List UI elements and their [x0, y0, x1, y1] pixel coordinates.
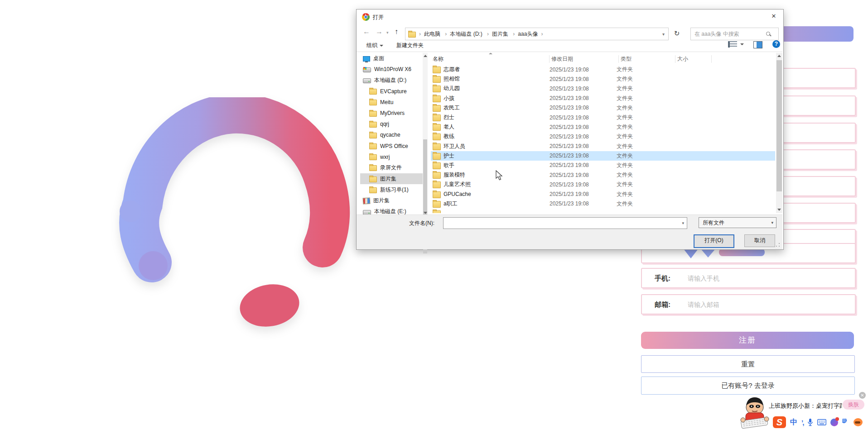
pet-popup-close-icon[interactable]: ✕: [859, 392, 866, 399]
refresh-icon[interactable]: ↻: [671, 28, 683, 39]
file-row[interactable]: 教练 2025/1/23 19:08 文件夹: [431, 132, 775, 141]
skin-change-badge[interactable]: 换肤: [843, 400, 864, 410]
view-mode-dropdown-icon[interactable]: [740, 43, 744, 45]
breadcrumb-item[interactable]: 图片集: [484, 30, 508, 38]
reset-button[interactable]: 重置: [641, 355, 855, 373]
file-row[interactable]: [431, 209, 775, 213]
file-list-scrollbar-thumb[interactable]: [776, 60, 782, 191]
folder-tree: 桌面 Win10ProW X6 本地磁盘 (D:) EVCapture Meit…: [360, 53, 423, 217]
ime-language-icon[interactable]: 中: [790, 418, 797, 427]
dialog-close-icon[interactable]: ✕: [766, 10, 781, 23]
search-input[interactable]: 在 aaa头像 中搜索: [690, 28, 779, 40]
sidebar-item[interactable]: 桌面: [360, 53, 423, 64]
column-header-name[interactable]: 名称: [431, 55, 550, 63]
preview-pane-icon[interactable]: [753, 41, 762, 48]
column-header-date[interactable]: 修改日期: [550, 55, 619, 63]
ime-punctuation-icon[interactable]: ’,: [801, 419, 803, 426]
ime-emoji-icon[interactable]: [854, 418, 863, 426]
file-row[interactable]: 老人 2025/1/23 19:08 文件夹: [431, 122, 775, 132]
register-button[interactable]: 注册: [641, 332, 854, 349]
phone-input[interactable]: 请输入手机: [688, 275, 719, 283]
cancel-button[interactable]: 取消: [744, 234, 775, 247]
ime-skin-icon[interactable]: [830, 419, 838, 426]
file-row[interactable]: 服装模特 2025/1/23 19:08 文件夹: [431, 170, 775, 180]
email-field[interactable]: 邮箱: 请输入邮箱: [641, 294, 856, 315]
address-bar[interactable]: 此电脑 本地磁盘 (D:) 图片集 aaa头像 ▾: [405, 28, 669, 40]
sidebar-item-icon: [369, 111, 377, 117]
scroll-up-icon[interactable]: [424, 55, 427, 57]
file-row[interactable]: 环卫人员 2025/1/23 19:08 文件夹: [431, 142, 775, 151]
folder-icon: [433, 162, 441, 169]
pet-popup-text: 上班族野原小新：桌宠打字跟随: [769, 402, 842, 410]
file-list-scrollbar[interactable]: [776, 53, 782, 213]
keyboard-icon[interactable]: [817, 419, 826, 425]
sidebar-item-icon: [363, 197, 371, 204]
sidebar-item[interactable]: wxrj: [360, 152, 423, 162]
email-input[interactable]: 请输入邮箱: [688, 301, 719, 309]
sidebar-scrollbar[interactable]: [423, 53, 428, 216]
file-name: 环卫人员: [444, 143, 465, 150]
sidebar-item[interactable]: 录屏文件: [360, 162, 423, 173]
sidebar-item[interactable]: WPS Office: [360, 141, 423, 152]
new-folder-button[interactable]: 新建文件夹: [396, 42, 424, 49]
go-login-button[interactable]: 已有账号? 去登录: [641, 377, 855, 395]
back-icon[interactable]: ←: [363, 28, 370, 36]
resize-grip[interactable]: [776, 243, 780, 247]
chrome-icon: [362, 13, 370, 21]
forward-icon[interactable]: →: [376, 28, 383, 36]
sidebar-item-label: 图片集: [373, 197, 390, 205]
sidebar-item[interactable]: 图片集: [360, 173, 423, 184]
search-icon[interactable]: [766, 32, 775, 37]
sidebar-item[interactable]: Meitu: [360, 97, 423, 108]
sidebar-item[interactable]: 新练习单(1): [360, 184, 423, 195]
sidebar-item-icon: [369, 143, 377, 149]
microphone-icon[interactable]: [807, 418, 813, 426]
chevron-down-icon[interactable]: ▾: [682, 221, 684, 225]
sidebar-item[interactable]: MyDrivers: [360, 108, 423, 119]
scroll-down-icon[interactable]: [777, 209, 781, 211]
sidebar-item[interactable]: 图片集: [360, 195, 423, 206]
phone-field[interactable]: 手机: 请输入手机: [641, 268, 856, 288]
sidebar-item[interactable]: qycache: [360, 129, 423, 140]
organize-button[interactable]: 组织: [366, 42, 383, 49]
file-row[interactable]: 农民工 2025/1/23 19:08 文件夹: [431, 103, 775, 113]
column-header-type[interactable]: 类型: [619, 55, 675, 63]
open-button[interactable]: 打开(O): [694, 234, 734, 248]
file-row[interactable]: 歌手 2025/1/23 19:08 文件夹: [431, 161, 775, 170]
address-dropdown-icon[interactable]: ▾: [659, 32, 668, 37]
sidebar-item[interactable]: 本地磁盘 (D:): [360, 75, 423, 86]
file-row[interactable]: a职工 2025/1/23 19:08 文件夹: [431, 199, 775, 209]
breadcrumb-item[interactable]: 本地磁盘 (D:): [442, 30, 482, 38]
sogou-logo-icon[interactable]: S: [773, 416, 786, 428]
pet-character-image[interactable]: [737, 394, 773, 429]
file-row[interactable]: 护士 2025/1/23 19:08 文件夹: [431, 151, 775, 161]
sidebar-item[interactable]: qqrj: [360, 119, 423, 129]
folder-icon: [433, 133, 441, 140]
sidebar-item-label: Meitu: [380, 99, 393, 105]
help-icon[interactable]: ?: [772, 40, 780, 48]
column-header-size[interactable]: 大小: [675, 55, 712, 63]
ime-menu-icon[interactable]: [842, 419, 849, 426]
file-row[interactable]: 儿童艺术照 2025/1/23 19:08 文件夹: [431, 180, 775, 189]
file-row[interactable]: 照相馆 2025/1/23 19:08 文件夹: [431, 74, 775, 84]
sidebar-item-icon: [369, 122, 377, 128]
sidebar-item[interactable]: EVCapture: [360, 86, 423, 97]
filetype-select[interactable]: 所有文件 ▾: [699, 217, 776, 228]
history-dropdown-icon[interactable]: ▾: [386, 30, 389, 35]
file-row[interactable]: 幼儿园 2025/1/23 19:08 文件夹: [431, 84, 775, 93]
filename-input[interactable]: ▾: [443, 217, 687, 229]
ime-toolbar: S 中 ’,: [773, 415, 868, 429]
scroll-down-icon[interactable]: [424, 212, 427, 214]
file-row[interactable]: GPUCache 2025/1/23 19:08 文件夹: [431, 189, 775, 199]
file-row[interactable]: 志愿者 2025/1/23 19:08 文件夹: [431, 65, 775, 74]
sidebar-item[interactable]: Win10ProW X6: [360, 64, 423, 75]
breadcrumb-item[interactable]: aaa头像: [510, 30, 538, 38]
search-placeholder: 在 aaa头像 中搜索: [691, 30, 739, 38]
file-date: 2025/1/23 19:08: [550, 143, 617, 149]
scroll-up-icon[interactable]: [777, 55, 781, 57]
file-row[interactable]: 小孩 2025/1/23 19:08 文件夹: [431, 94, 775, 103]
breadcrumb-item[interactable]: 此电脑: [416, 30, 440, 38]
file-row[interactable]: 烈士 2025/1/23 19:08 文件夹: [431, 113, 775, 122]
view-mode-icon[interactable]: [728, 41, 737, 48]
up-icon[interactable]: ↑: [395, 28, 398, 36]
